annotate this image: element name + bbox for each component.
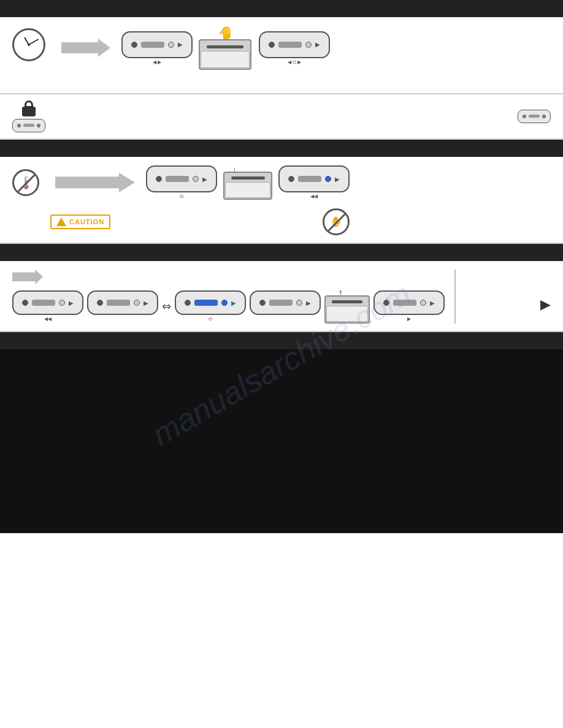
section1: ▶ ◀ ▶ ✋ [0, 17, 563, 94]
section3-header [0, 244, 563, 261]
section2-description [120, 218, 313, 226]
section2-header [0, 140, 563, 157]
caution-text: CAUTION [69, 218, 104, 226]
step-arrow [61, 39, 110, 57]
no-use-icon: ✋ [323, 208, 350, 235]
s2-panel3: ▶ ◀◀ [278, 165, 350, 199]
section4-header [0, 332, 563, 349]
section2-arrow [55, 173, 135, 192]
lock-description [54, 113, 509, 120]
shredder-feeding: ✋ [199, 26, 253, 70]
s2-shredder: ↑ [223, 165, 272, 200]
jam-steps-row: ▶ ◀◀ ▶ ⇔ [12, 289, 445, 324]
s2-panel1: ▶ O [146, 165, 217, 199]
overheat-icon: 🌡️ [12, 169, 39, 196]
clock-icon [12, 28, 45, 61]
s3-panel2: ▶ [87, 290, 158, 322]
section3: ▶ ◀◀ ▶ ⇔ [0, 261, 563, 332]
section3-arrow [12, 270, 43, 284]
section2: 🌡️ ▶ O [0, 157, 563, 244]
caution-badge: CAUTION [50, 214, 110, 229]
s3-shredder-feed: ↑ [324, 289, 370, 324]
double-arrow: ⇔ [162, 300, 171, 313]
panel-step1: ▶ ◀ ▶ [121, 31, 193, 65]
s3-panel5: ▶ ▶ [373, 290, 445, 322]
section1-description [56, 77, 330, 87]
section3-text [464, 280, 551, 290]
panel3-label: ◀ O ▶ [288, 59, 302, 65]
section4-content [0, 349, 563, 533]
section1-header [0, 0, 563, 17]
panel-step3: ▶ ◀ O ▶ [259, 31, 330, 65]
s3-panel4: ▶ [250, 290, 321, 322]
lock-section [0, 94, 563, 140]
section3-right: ▶ [456, 270, 551, 324]
panel1-label: ◀ ▶ [153, 59, 161, 65]
section3-forward-symbol: ▶ [540, 297, 551, 313]
mini-panel-right [518, 110, 551, 123]
s2-panel3-label: ◀◀ [310, 194, 318, 199]
s3-panel3: ▶ O [175, 290, 246, 322]
s3-panel1: ▶ ◀◀ [12, 290, 83, 322]
mini-panel-locked [12, 119, 45, 132]
lock-icon [22, 100, 36, 116]
